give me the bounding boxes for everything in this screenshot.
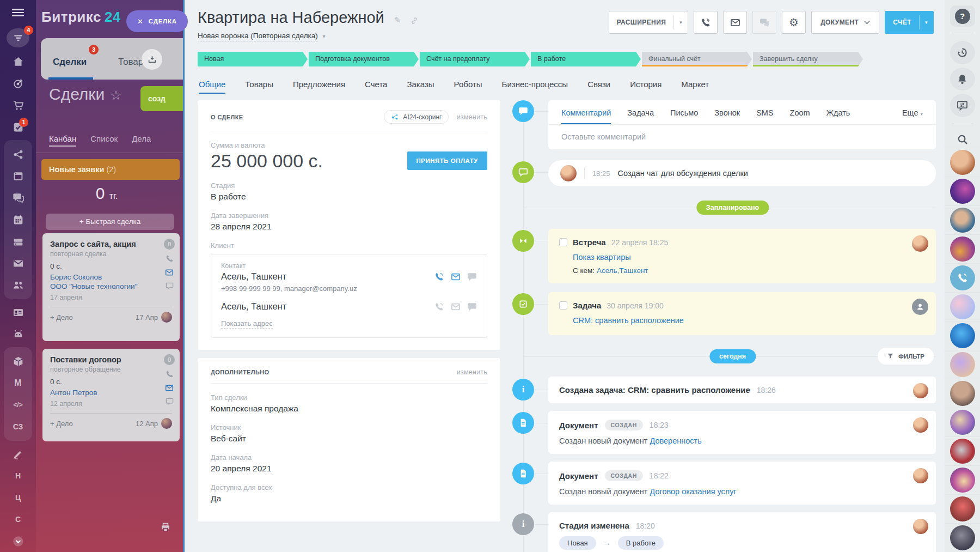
tab-links[interactable]: Связи [587,80,610,94]
call-avatar-button[interactable] [950,265,975,290]
call-button[interactable] [694,11,718,34]
company-link[interactable]: ООО "Новые технологии" [50,282,158,290]
chat-history-button[interactable] [950,94,975,117]
stage-inwork[interactable]: В работе [531,52,641,66]
timeline-task[interactable]: Задача 30 апреля 19:00 CRM: сравнить рас… [512,292,936,335]
tab-products[interactable]: Товары [245,80,273,94]
avatar[interactable] [950,294,975,319]
robot-icon[interactable] [11,327,24,341]
tl-tab-letter[interactable]: Письмо [670,108,698,124]
notifications-button[interactable] [950,68,975,91]
filter-button[interactable]: ФИЛЬТР [878,348,934,365]
copy-link-icon[interactable] [411,15,418,25]
tab-invoices[interactable]: Счета [365,80,387,94]
checkbox[interactable] [559,301,567,310]
contact-link[interactable]: Антон Петров [50,389,158,397]
tl-tab-call[interactable]: Звонок [714,108,740,124]
messenger-icon[interactable] [11,191,24,204]
stage-prepay[interactable]: Счёт на предоплату [420,52,530,66]
avatar[interactable] [950,496,975,521]
mail-icon[interactable] [451,271,461,282]
avatar[interactable] [912,235,928,252]
tab-bizproc[interactable]: Бизнес-процессы [502,80,568,94]
document-link[interactable]: Доверенность [650,436,701,445]
avatar[interactable] [913,417,928,433]
gear-icon[interactable]: ⚙ [782,11,806,34]
meeting-with-link[interactable]: Асель,Ташкент [597,266,648,275]
marketing-icon[interactable]: М [11,377,24,390]
stage-new[interactable]: Новая [198,52,308,66]
add-activity-link[interactable]: + Дело [50,313,73,322]
chat-button[interactable] [752,11,776,34]
caret-down-icon[interactable]: ▾ [674,20,688,25]
timeline-document[interactable]: Документ создан 18:23 Создан новый докум… [512,411,936,454]
avatar[interactable] [913,383,928,398]
email-button[interactable] [723,11,747,34]
timeline-event[interactable]: i Создана задача: CRM: сравнить располож… [512,377,936,403]
accept-payment-button[interactable]: ПРИНЯТЬ ОПЛАТУ [407,151,487,170]
avatar[interactable] [950,323,975,348]
avatar[interactable] [950,352,975,377]
chat-icon[interactable] [467,301,477,312]
tl-tab-comment[interactable]: Комментарий [561,108,611,124]
timeline-meeting[interactable]: Встреча 22 апреля 18:25 Показ квартиры С… [512,229,936,283]
tl-tab-more[interactable]: Еще▾ [902,108,923,124]
extensions-button[interactable]: РАСШИРЕНИЯ ▾ [609,11,689,34]
phone-icon[interactable] [434,301,444,312]
chevron-down-icon[interactable] [11,535,24,548]
avatar[interactable] [560,165,577,181]
phone-icon[interactable] [434,271,444,282]
tasks-icon[interactable]: 1 [11,120,24,134]
view-tab-deals[interactable]: Дела [132,134,151,147]
meeting-link[interactable]: Показ квартиры [573,253,631,262]
help-button[interactable]: ? [950,5,975,27]
printer-icon[interactable] [160,522,171,533]
sidebar-item-sz[interactable]: СЗ [11,420,24,433]
import-tray-icon[interactable] [142,49,162,70]
ai-scoring-chip[interactable]: AI24-скоринг [384,110,449,124]
stage-docs[interactable]: Подготовка документов [309,52,419,66]
close-icon[interactable]: ✕ [137,17,144,26]
tab-general[interactable]: Общие [199,80,225,94]
mail-icon[interactable] [11,257,24,270]
avatar[interactable] [950,439,975,464]
timeline-document[interactable]: Документ создан 18:22 Создан новый докум… [512,462,936,505]
document-link[interactable]: Договор оказания услуг [650,487,736,496]
avatar[interactable] [950,208,975,233]
edit-title-icon[interactable]: ✎ [394,15,401,25]
calendar-icon[interactable] [11,213,24,226]
phone-icon[interactable] [166,369,174,379]
chat-icon[interactable] [467,271,477,282]
checkbox[interactable] [559,238,567,246]
hamburger-menu-icon[interactable] [12,9,24,16]
view-tab-kanban[interactable]: Канбан [49,134,76,147]
timeline-stage-change[interactable]: i Стадия изменена 18:20 Новая → В работе [512,512,936,552]
sidebar-item-feed[interactable]: 4 [7,28,29,47]
view-tab-list[interactable]: Список [90,134,118,147]
avatar[interactable] [161,418,172,429]
avatar[interactable] [950,468,975,493]
avatar[interactable] [950,179,975,204]
invoice-button[interactable]: СЧЁТ ▾ [885,11,934,34]
avatar[interactable] [950,410,975,435]
quick-deal-button[interactable]: + Быстрая сделка [46,214,174,230]
funnel-selector[interactable]: Новая воронка (Повторная сделка) [198,32,318,41]
tab-robots[interactable]: Роботы [454,80,482,94]
sign-icon[interactable] [11,447,24,460]
contacts-card-icon[interactable] [11,306,24,319]
timeline-comment[interactable]: 18:25 Создан чат для обсуждения сделки [512,160,936,186]
network-icon[interactable] [11,148,24,161]
tab-quotes[interactable]: Предложения [293,80,345,94]
sites-icon[interactable] [11,169,24,183]
stage-final-invoice[interactable]: Финальный счёт [642,52,752,66]
chat-icon[interactable] [166,396,174,406]
search-button[interactable] [957,134,969,145]
avatar[interactable] [161,312,172,323]
create-deal-button[interactable]: созд [140,86,183,111]
kanban-column-header[interactable]: Новые заявки (2) [41,159,180,180]
avatar[interactable] [950,236,975,262]
tl-tab-zoom[interactable]: Zoom [790,108,810,124]
avatar[interactable] [950,525,975,550]
code-icon[interactable]: </> [11,398,24,411]
edit-link[interactable]: изменить [456,368,487,376]
